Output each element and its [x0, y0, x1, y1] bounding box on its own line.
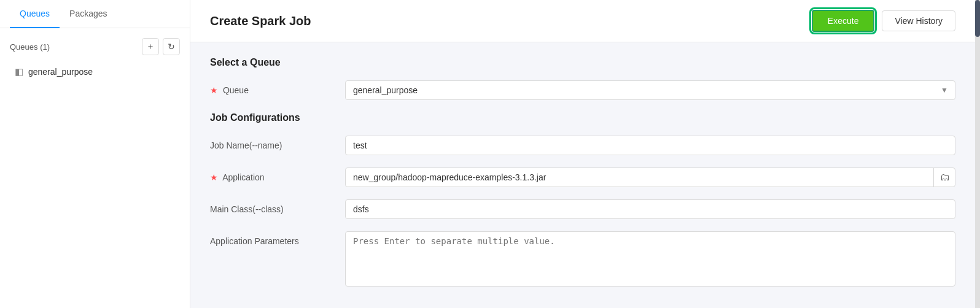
- sidebar-actions: ＋ ↻: [142, 38, 180, 55]
- queue-select-wrapper: general_purpose ▼: [345, 80, 955, 100]
- application-label: ★ Application: [210, 167, 345, 182]
- app-params-row: Application Parameters: [210, 231, 955, 288]
- job-config-title: Job Configurations: [210, 112, 955, 123]
- required-star: ★: [210, 85, 218, 95]
- app-params-textarea[interactable]: [345, 231, 955, 287]
- application-file-wrapper: 🗂: [345, 167, 955, 187]
- queue-select[interactable]: general_purpose: [345, 80, 955, 100]
- main-panel: Create Spark Job Execute View History Se…: [190, 0, 975, 308]
- main-class-row: Main Class(--class): [210, 199, 955, 219]
- tab-queues[interactable]: Queues: [10, 0, 60, 28]
- form-area: Select a Queue ★ Queue general_purpose ▼…: [190, 42, 975, 308]
- header-actions: Execute View History: [812, 10, 955, 32]
- job-name-label: Job Name(--name): [210, 136, 345, 150]
- execute-button[interactable]: Execute: [812, 10, 875, 32]
- sidebar: Queues Packages Queues (1) ＋ ↻ ◧ general…: [0, 0, 190, 308]
- application-row: ★ Application 🗂: [210, 167, 955, 187]
- queue-label: ★ Queue: [210, 80, 345, 95]
- queue-icon: ◧: [15, 66, 23, 77]
- job-name-row: Job Name(--name): [210, 136, 955, 155]
- app-params-label: Application Parameters: [210, 231, 345, 246]
- queue-item-general-purpose[interactable]: ◧ general_purpose: [10, 63, 180, 81]
- refresh-button[interactable]: ↻: [163, 38, 180, 55]
- required-star-app: ★: [210, 172, 218, 182]
- scrollbar-thumb: [975, 0, 980, 37]
- queue-item-label: general_purpose: [28, 67, 93, 77]
- queue-row: ★ Queue general_purpose ▼: [210, 80, 955, 100]
- app-params-control: [345, 231, 955, 288]
- plus-icon: ＋: [146, 41, 155, 52]
- main-class-input[interactable]: [345, 199, 955, 219]
- sidebar-tabs: Queues Packages: [0, 0, 190, 28]
- sidebar-header: Queues (1) ＋ ↻: [10, 38, 180, 55]
- page-title: Create Spark Job: [210, 14, 311, 28]
- select-queue-title: Select a Queue: [210, 57, 955, 68]
- main-class-control: [345, 199, 955, 219]
- refresh-icon: ↻: [168, 42, 175, 52]
- job-name-input[interactable]: [345, 136, 955, 155]
- tab-packages[interactable]: Packages: [60, 0, 117, 28]
- application-control: 🗂: [345, 167, 955, 187]
- queue-control: general_purpose ▼: [345, 80, 955, 100]
- scrollbar[interactable]: [975, 0, 980, 308]
- application-input[interactable]: [345, 167, 955, 187]
- file-browse-button[interactable]: 🗂: [933, 167, 955, 187]
- sidebar-content: Queues (1) ＋ ↻ ◧ general_purpose: [0, 28, 190, 308]
- main-header: Create Spark Job Execute View History: [190, 0, 975, 42]
- view-history-button[interactable]: View History: [882, 10, 955, 31]
- main-class-label: Main Class(--class): [210, 199, 345, 214]
- queues-count-label: Queues (1): [10, 42, 50, 52]
- folder-icon: 🗂: [940, 172, 950, 183]
- add-queue-button[interactable]: ＋: [142, 38, 159, 55]
- job-name-control: [345, 136, 955, 155]
